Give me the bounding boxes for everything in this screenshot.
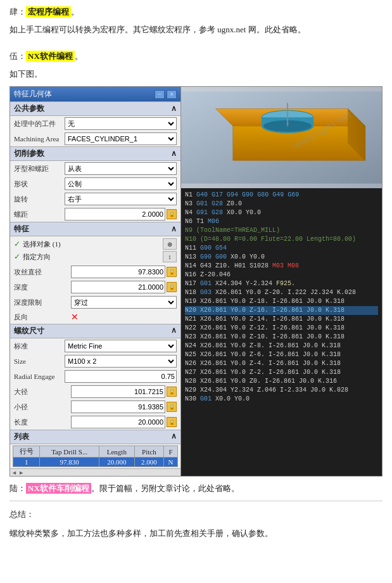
code-line: N11 G90 G54 bbox=[185, 244, 378, 253]
input-length[interactable] bbox=[71, 416, 165, 428]
row-attack-radius: 攻丝直径 🔒 bbox=[10, 264, 180, 279]
input-pitch[interactable] bbox=[65, 208, 165, 221]
section-cut-params[interactable]: 切削参数 ∧ bbox=[10, 146, 180, 161]
value-size[interactable]: M100 x 2 bbox=[65, 355, 177, 368]
row-size: Size M100 x 2 bbox=[10, 354, 180, 369]
section6-header: 陆：NX软件车削编程。限于篇幅，另附文章讨论，此处省略。 bbox=[9, 483, 383, 494]
label-depth-limit: 深度限制 bbox=[14, 298, 71, 307]
section5-label-prefix: 伍： bbox=[9, 51, 26, 61]
cell-length: 20.000 bbox=[99, 458, 134, 467]
col-header-row: 行号 bbox=[13, 446, 40, 458]
input-attack-radius[interactable] bbox=[71, 266, 165, 278]
thread-table: 行号 Tap Drill S... Length Pitch F 1 97.83… bbox=[13, 445, 178, 467]
label-standard: 标准 bbox=[14, 342, 65, 351]
section-thread-size[interactable]: 螺纹尺寸 ∧ bbox=[10, 324, 180, 338]
model-svg: www.ugnx.net bbox=[181, 87, 382, 188]
table-row[interactable]: 1 97.830 20.000 2.000 N bbox=[13, 458, 178, 467]
section-public-params-label: 公共参数 bbox=[14, 103, 44, 114]
right-panel: www.ugnx.net N1 G40 G17 G94 G90 G80 G49 … bbox=[181, 87, 382, 476]
code-line: N22 X26.861 Y0.0 Z-12. I-26.861 J0.0 K.3… bbox=[185, 324, 378, 333]
select-tooth-distance[interactable]: 从表 bbox=[65, 162, 177, 175]
cell-row-num: 1 bbox=[13, 458, 40, 467]
section-public-params[interactable]: 公共参数 ∧ bbox=[10, 101, 180, 116]
feature-section: ✓ 选择对象 (1) ⊕ ✓ 指定方向 ↕ bbox=[10, 236, 180, 264]
code-line: N24 X26.861 Y0.0 Z-8. I-26.861 J0.0 K.31… bbox=[185, 342, 378, 350]
section6-highlight: NX软件车削编程 bbox=[26, 483, 91, 494]
input-minor-dia[interactable] bbox=[71, 400, 165, 413]
dialog-titlebar: 特征几何体 − × bbox=[10, 87, 180, 101]
row-major-dia: 大径 🔒 bbox=[10, 384, 180, 399]
section6-suffix: 。限于篇幅，另附文章讨论，此处省略。 bbox=[91, 484, 239, 493]
value-machining-area[interactable]: FACES_CYLINDER_1 bbox=[65, 132, 177, 145]
scroll-indicator: ◄ ► bbox=[11, 470, 24, 476]
label-reverse: 反向 bbox=[14, 312, 71, 322]
section5-label-highlight: NX软件编程 bbox=[26, 51, 75, 61]
label-depth: 深度 bbox=[14, 283, 71, 292]
code-line: N23 X26.861 Y0.0 Z-10. I-26.861 J0.0 K.3… bbox=[185, 333, 378, 342]
row-depth-limit: 深度限制 穿过 bbox=[10, 295, 180, 310]
minimize-button[interactable]: − bbox=[155, 90, 165, 99]
label-pitch: 螺距 bbox=[14, 210, 65, 219]
dialog-panel: 特征几何体 − × 公共参数 ∧ 处理中的工件 无 Machining Area bbox=[10, 87, 181, 476]
conclusion-area: 总结： 螺纹种类繁多，加工方法也多种多样，加工前先查相关手册，确认参数。 bbox=[9, 508, 383, 541]
close-button[interactable]: × bbox=[167, 90, 177, 99]
select-rotation[interactable]: 右手 bbox=[65, 193, 177, 205]
label-minor-dia: 小径 bbox=[14, 402, 71, 412]
value-tool-in-process[interactable]: 无 bbox=[65, 117, 177, 130]
value-standard[interactable]: Metric Fine bbox=[65, 340, 177, 352]
code-line: N19 X26.861 Y0.0 Z-18. I-26.861 J0.0 K.3… bbox=[185, 297, 378, 306]
select-depth-limit[interactable]: 穿过 bbox=[71, 296, 177, 309]
value-rotation[interactable]: 右手 bbox=[65, 193, 177, 205]
section-list-label: 列表 bbox=[14, 432, 29, 442]
section-feature[interactable]: 特征 ∧ bbox=[10, 222, 180, 236]
value-pitch: 🔒 bbox=[65, 208, 177, 221]
btn-specify-direction[interactable]: ↕ bbox=[163, 251, 177, 262]
select-size[interactable]: M100 x 2 bbox=[65, 355, 177, 368]
row-select-objects: ✓ 选择对象 (1) ⊕ bbox=[14, 238, 177, 250]
label-length: 长度 bbox=[14, 418, 71, 427]
select-standard[interactable]: Metric Fine bbox=[65, 340, 177, 352]
pitch-lock-icon[interactable]: 🔒 bbox=[167, 209, 177, 219]
code-line: N14 G43 Z10. H01 S1028 M03 M08 bbox=[185, 262, 378, 271]
code-line: N28 X26.861 Y0.0 Z0. I-26.861 J0.0 K.316 bbox=[185, 377, 378, 386]
label-tool-in-process: 处理中的工件 bbox=[14, 119, 65, 129]
btn-select-objects[interactable]: ⊕ bbox=[163, 238, 177, 250]
value-shape[interactable]: 公制 bbox=[65, 177, 177, 190]
attack-radius-lock-icon[interactable]: 🔒 bbox=[167, 267, 177, 277]
code-line: N29 X24.304 Y2.324 Z.046 I-2.334 J0.0 K.… bbox=[185, 386, 378, 395]
section-thread-collapse-icon: ∧ bbox=[171, 326, 177, 336]
minor-dia-lock-icon[interactable]: 🔒 bbox=[167, 402, 177, 412]
cell-tap-drill: 97.830 bbox=[40, 458, 99, 467]
value-radial-engage[interactable] bbox=[65, 370, 177, 383]
code-line: N26 X26.861 Y0.0 Z-4. I-26.861 J0.0 K.31… bbox=[185, 359, 378, 368]
code-line: N6 T1 M06 bbox=[185, 217, 378, 226]
value-tooth-distance[interactable]: 从表 bbox=[65, 162, 177, 175]
row-tool-in-process: 处理中的工件 无 bbox=[10, 116, 180, 131]
value-reverse: ✕ bbox=[71, 312, 177, 323]
section-feature-collapse-icon: ∧ bbox=[171, 224, 177, 234]
scrollbar-hint[interactable]: ◄ ► bbox=[10, 468, 180, 476]
row-reverse: 反向 ✕ bbox=[10, 310, 180, 324]
section5-header: 伍：NX软件编程。 bbox=[9, 51, 383, 62]
titlebar-buttons: − × bbox=[155, 90, 177, 99]
select-shape[interactable]: 公制 bbox=[65, 177, 177, 190]
label-attack-radius: 攻丝直径 bbox=[14, 267, 71, 277]
major-dia-lock-icon[interactable]: 🔒 bbox=[167, 387, 177, 397]
input-depth[interactable] bbox=[71, 281, 165, 293]
col-header-pitch: Pitch bbox=[134, 446, 163, 458]
label-select-objects: 选择对象 (1) bbox=[23, 240, 160, 249]
input-radial-engage[interactable] bbox=[65, 370, 177, 383]
value-depth-limit[interactable]: 穿过 bbox=[71, 296, 177, 309]
section4-label-suffix: 。 bbox=[71, 7, 79, 16]
section-list[interactable]: 列表 ∧ bbox=[10, 430, 180, 444]
section6-area: 陆：NX软件车削编程。限于篇幅，另附文章讨论，此处省略。 bbox=[9, 483, 383, 494]
label-machining-area: Machining Area bbox=[14, 135, 65, 143]
input-major-dia[interactable] bbox=[71, 385, 165, 398]
label-shape: 形状 bbox=[14, 179, 65, 189]
length-lock-icon[interactable]: 🔒 bbox=[167, 417, 177, 427]
code-line: N30 G01 X0.0 Y0.0 bbox=[185, 395, 378, 404]
depth-lock-icon[interactable]: 🔒 bbox=[167, 282, 177, 292]
select-machining-area[interactable]: FACES_CYLINDER_1 bbox=[65, 132, 177, 145]
row-depth: 深度 🔒 bbox=[10, 279, 180, 295]
select-tool-in-process[interactable]: 无 bbox=[65, 117, 177, 130]
